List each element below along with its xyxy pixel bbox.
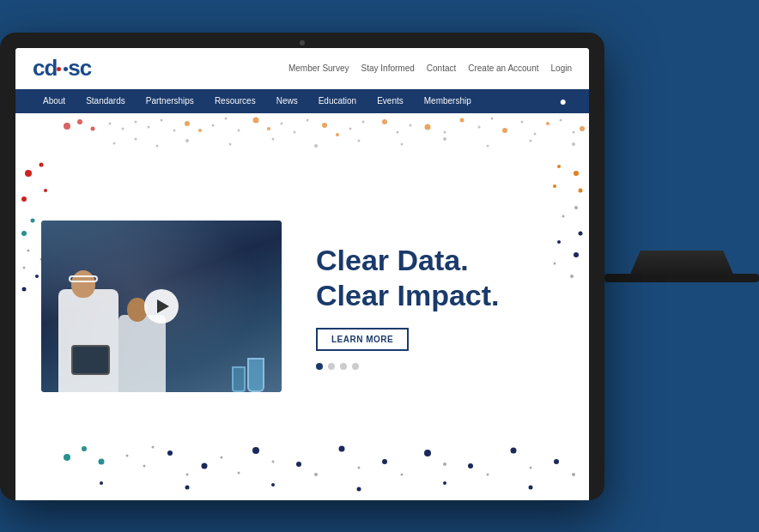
lab-coat-2 (118, 315, 166, 392)
nav-links-group: About Standards Partnerships Resources N… (33, 89, 482, 112)
nav-partnerships[interactable]: Partnerships (136, 89, 204, 112)
nav-membership[interactable]: Membership (414, 89, 482, 112)
lab-glasses (69, 275, 98, 282)
carousel-dot-2[interactable] (328, 363, 335, 370)
nav-news[interactable]: News (266, 89, 308, 112)
nav-about[interactable]: About (33, 89, 76, 112)
logo-dot-blue (64, 67, 68, 71)
learn-more-button[interactable]: LEARN MORE (316, 328, 409, 351)
nav-resources[interactable]: Resources (204, 89, 266, 112)
nav-events[interactable]: Events (367, 89, 414, 112)
hero-headline: Clear Data. Clear Impact. (316, 243, 563, 313)
nav-education[interactable]: Education (308, 89, 367, 112)
main-navigation: About Standards Partnerships Resources N… (15, 89, 589, 113)
monitor-frame: cd sc Member Survey Stay Informed Contac… (0, 33, 604, 500)
play-button[interactable] (144, 289, 179, 323)
lab-head-1 (71, 270, 95, 298)
contact-link[interactable]: Contact (427, 63, 456, 73)
logo-dot-group (57, 67, 68, 71)
hero-text-block: Clear Data. Clear Impact. LEARN MORE (316, 243, 563, 371)
utility-nav: cd sc Member Survey Stay Informed Contac… (15, 48, 589, 89)
headline-line-2: Clear Impact. (316, 278, 563, 313)
search-icon[interactable]: ● (555, 89, 572, 113)
monitor-stand-group (604, 251, 759, 282)
browser-screen: cd sc Member Survey Stay Informed Contac… (15, 48, 589, 500)
stay-informed-link[interactable]: Stay Informed (361, 63, 415, 73)
tablet-prop (71, 345, 110, 375)
nav-standards[interactable]: Standards (76, 89, 136, 112)
hero-section: Clear Data. Clear Impact. LEARN MORE (15, 113, 589, 500)
carousel-dot-4[interactable] (352, 363, 359, 370)
monitor-base (604, 274, 759, 282)
beaker-2 (232, 366, 246, 392)
carousel-dot-1[interactable] (316, 363, 323, 370)
carousel-dot-3[interactable] (340, 363, 347, 370)
headline-line-1: Clear Data. (316, 243, 563, 278)
lab-coat-1 (58, 289, 118, 392)
monitor-stand (630, 251, 733, 275)
site-logo[interactable]: cd sc (33, 55, 91, 82)
play-icon (157, 299, 169, 313)
utility-links: Member Survey Stay Informed Contact Crea… (288, 63, 572, 73)
login-link[interactable]: Login (551, 63, 572, 73)
carousel-indicators (316, 363, 563, 370)
logo-dot-red (57, 67, 61, 71)
member-survey-link[interactable]: Member Survey (288, 63, 349, 73)
create-account-link[interactable]: Create an Account (468, 63, 538, 73)
camera-dot (300, 40, 305, 45)
video-thumbnail[interactable] (41, 221, 282, 392)
beaker-1 (247, 358, 264, 392)
hero-content-area: Clear Data. Clear Impact. LEARN MORE (15, 113, 589, 500)
